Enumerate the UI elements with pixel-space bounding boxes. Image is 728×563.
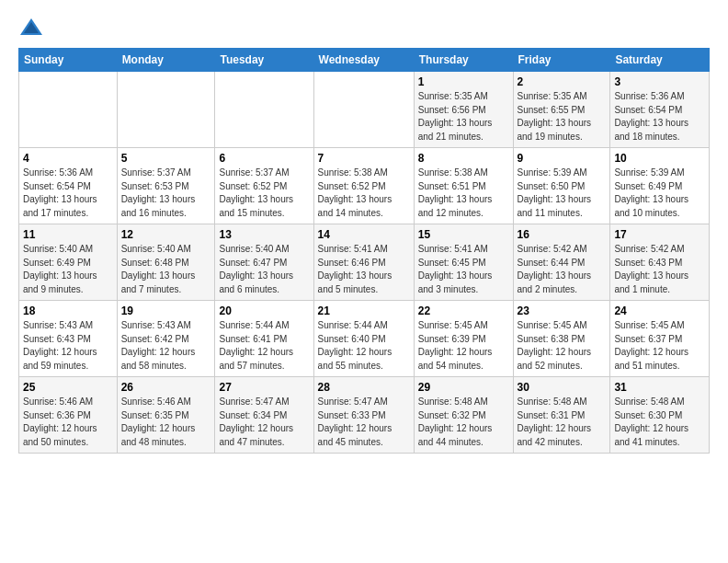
day-info: Sunrise: 5:46 AM Sunset: 6:36 PM Dayligh…: [23, 396, 113, 449]
day-info: Sunrise: 5:48 AM Sunset: 6:32 PM Dayligh…: [418, 396, 509, 449]
day-info: Sunrise: 5:40 AM Sunset: 6:48 PM Dayligh…: [121, 243, 211, 296]
logo-icon: [18, 15, 44, 40]
calendar-cell: 13Sunrise: 5:40 AM Sunset: 6:47 PM Dayli…: [215, 224, 313, 301]
day-info: Sunrise: 5:37 AM Sunset: 6:52 PM Dayligh…: [219, 167, 309, 220]
day-info: Sunrise: 5:48 AM Sunset: 6:30 PM Dayligh…: [614, 396, 705, 449]
calendar-cell: 30Sunrise: 5:48 AM Sunset: 6:31 PM Dayli…: [513, 377, 610, 454]
day-number: 20: [219, 304, 309, 317]
calendar-cell: [117, 72, 215, 148]
calendar-cell: 20Sunrise: 5:44 AM Sunset: 6:41 PM Dayli…: [215, 301, 313, 377]
day-info: Sunrise: 5:48 AM Sunset: 6:31 PM Dayligh…: [518, 396, 607, 449]
day-number: 7: [318, 152, 410, 165]
day-info: Sunrise: 5:45 AM Sunset: 6:37 PM Dayligh…: [614, 319, 705, 373]
day-number: 29: [418, 381, 509, 394]
calendar-cell: 10Sunrise: 5:39 AM Sunset: 6:49 PM Dayli…: [610, 148, 710, 224]
calendar-cell: 23Sunrise: 5:45 AM Sunset: 6:38 PM Dayli…: [513, 301, 610, 377]
header-row: Sunday Monday Tuesday Wednesday Thursday…: [19, 49, 710, 72]
calendar-cell: 16Sunrise: 5:42 AM Sunset: 6:44 PM Dayli…: [513, 224, 610, 301]
day-info: Sunrise: 5:47 AM Sunset: 6:33 PM Dayligh…: [318, 396, 410, 449]
day-info: Sunrise: 5:45 AM Sunset: 6:38 PM Dayligh…: [518, 319, 607, 373]
calendar-week-4: 18Sunrise: 5:43 AM Sunset: 6:43 PM Dayli…: [19, 301, 710, 377]
calendar-cell: 12Sunrise: 5:40 AM Sunset: 6:48 PM Dayli…: [117, 224, 215, 301]
calendar-cell: 26Sunrise: 5:46 AM Sunset: 6:35 PM Dayli…: [117, 377, 215, 454]
day-info: Sunrise: 5:39 AM Sunset: 6:49 PM Dayligh…: [614, 167, 705, 220]
col-sunday: Sunday: [19, 49, 118, 72]
day-number: 23: [518, 304, 607, 317]
day-number: 10: [614, 152, 705, 165]
calendar-cell: 25Sunrise: 5:46 AM Sunset: 6:36 PM Dayli…: [19, 377, 118, 454]
day-number: 17: [614, 228, 705, 241]
day-info: Sunrise: 5:42 AM Sunset: 6:44 PM Dayligh…: [518, 243, 607, 296]
day-number: 6: [219, 152, 309, 165]
day-number: 4: [23, 152, 113, 165]
header: [18, 15, 710, 40]
day-number: 12: [121, 228, 211, 241]
calendar-cell: 17Sunrise: 5:42 AM Sunset: 6:43 PM Dayli…: [610, 224, 710, 301]
day-info: Sunrise: 5:41 AM Sunset: 6:45 PM Dayligh…: [418, 243, 509, 296]
day-info: Sunrise: 5:39 AM Sunset: 6:50 PM Dayligh…: [518, 167, 607, 220]
calendar-cell: 15Sunrise: 5:41 AM Sunset: 6:45 PM Dayli…: [414, 224, 513, 301]
day-number: 21: [318, 304, 410, 317]
col-saturday: Saturday: [610, 49, 710, 72]
day-number: 28: [318, 381, 410, 394]
day-number: 26: [121, 381, 211, 394]
day-info: Sunrise: 5:47 AM Sunset: 6:34 PM Dayligh…: [219, 396, 309, 449]
day-number: 24: [614, 304, 705, 317]
day-info: Sunrise: 5:40 AM Sunset: 6:49 PM Dayligh…: [23, 243, 113, 296]
day-number: 22: [418, 304, 509, 317]
day-number: 3: [614, 75, 705, 88]
day-info: Sunrise: 5:38 AM Sunset: 6:52 PM Dayligh…: [318, 167, 410, 220]
day-info: Sunrise: 5:37 AM Sunset: 6:53 PM Dayligh…: [121, 167, 211, 220]
col-tuesday: Tuesday: [215, 49, 313, 72]
day-number: 16: [518, 228, 607, 241]
day-number: 5: [121, 152, 211, 165]
calendar-cell: 19Sunrise: 5:43 AM Sunset: 6:42 PM Dayli…: [117, 301, 215, 377]
day-number: 14: [318, 228, 410, 241]
calendar-cell: [313, 72, 414, 148]
col-monday: Monday: [117, 49, 215, 72]
calendar-cell: 29Sunrise: 5:48 AM Sunset: 6:32 PM Dayli…: [414, 377, 513, 454]
calendar-cell: 21Sunrise: 5:44 AM Sunset: 6:40 PM Dayli…: [313, 301, 414, 377]
day-number: 8: [418, 152, 509, 165]
calendar-cell: 8Sunrise: 5:38 AM Sunset: 6:51 PM Daylig…: [414, 148, 513, 224]
day-info: Sunrise: 5:36 AM Sunset: 6:54 PM Dayligh…: [23, 167, 113, 220]
calendar-cell: 22Sunrise: 5:45 AM Sunset: 6:39 PM Dayli…: [414, 301, 513, 377]
day-number: 19: [121, 304, 211, 317]
calendar-cell: 14Sunrise: 5:41 AM Sunset: 6:46 PM Dayli…: [313, 224, 414, 301]
day-info: Sunrise: 5:43 AM Sunset: 6:43 PM Dayligh…: [23, 319, 113, 373]
page: Sunday Monday Tuesday Wednesday Thursday…: [0, 0, 728, 463]
logo: [18, 15, 48, 40]
day-info: Sunrise: 5:38 AM Sunset: 6:51 PM Dayligh…: [418, 167, 509, 220]
calendar-cell: 9Sunrise: 5:39 AM Sunset: 6:50 PM Daylig…: [513, 148, 610, 224]
day-info: Sunrise: 5:35 AM Sunset: 6:56 PM Dayligh…: [418, 90, 509, 144]
calendar-cell: 4Sunrise: 5:36 AM Sunset: 6:54 PM Daylig…: [19, 148, 118, 224]
calendar-cell: 31Sunrise: 5:48 AM Sunset: 6:30 PM Dayli…: [610, 377, 710, 454]
day-info: Sunrise: 5:44 AM Sunset: 6:41 PM Dayligh…: [219, 319, 309, 373]
calendar-cell: 6Sunrise: 5:37 AM Sunset: 6:52 PM Daylig…: [215, 148, 313, 224]
day-info: Sunrise: 5:36 AM Sunset: 6:54 PM Dayligh…: [614, 90, 705, 144]
day-info: Sunrise: 5:41 AM Sunset: 6:46 PM Dayligh…: [318, 243, 410, 296]
day-info: Sunrise: 5:40 AM Sunset: 6:47 PM Dayligh…: [219, 243, 309, 296]
calendar-table: Sunday Monday Tuesday Wednesday Thursday…: [18, 48, 710, 454]
day-info: Sunrise: 5:42 AM Sunset: 6:43 PM Dayligh…: [614, 243, 705, 296]
calendar-cell: 18Sunrise: 5:43 AM Sunset: 6:43 PM Dayli…: [19, 301, 118, 377]
calendar-body: 1Sunrise: 5:35 AM Sunset: 6:56 PM Daylig…: [19, 72, 710, 454]
day-number: 25: [23, 381, 113, 394]
day-number: 15: [418, 228, 509, 241]
col-thursday: Thursday: [414, 49, 513, 72]
day-info: Sunrise: 5:35 AM Sunset: 6:55 PM Dayligh…: [518, 90, 607, 144]
calendar-cell: 28Sunrise: 5:47 AM Sunset: 6:33 PM Dayli…: [313, 377, 414, 454]
calendar-week-5: 25Sunrise: 5:46 AM Sunset: 6:36 PM Dayli…: [19, 377, 710, 454]
col-wednesday: Wednesday: [313, 49, 414, 72]
day-number: 1: [418, 75, 509, 88]
calendar-cell: 2Sunrise: 5:35 AM Sunset: 6:55 PM Daylig…: [513, 72, 610, 148]
day-info: Sunrise: 5:43 AM Sunset: 6:42 PM Dayligh…: [121, 319, 211, 373]
calendar-cell: 3Sunrise: 5:36 AM Sunset: 6:54 PM Daylig…: [610, 72, 710, 148]
day-number: 11: [23, 228, 113, 241]
day-info: Sunrise: 5:46 AM Sunset: 6:35 PM Dayligh…: [121, 396, 211, 449]
calendar-week-2: 4Sunrise: 5:36 AM Sunset: 6:54 PM Daylig…: [19, 148, 710, 224]
calendar-cell: 7Sunrise: 5:38 AM Sunset: 6:52 PM Daylig…: [313, 148, 414, 224]
day-number: 13: [219, 228, 309, 241]
col-friday: Friday: [513, 49, 610, 72]
calendar-week-3: 11Sunrise: 5:40 AM Sunset: 6:49 PM Dayli…: [19, 224, 710, 301]
